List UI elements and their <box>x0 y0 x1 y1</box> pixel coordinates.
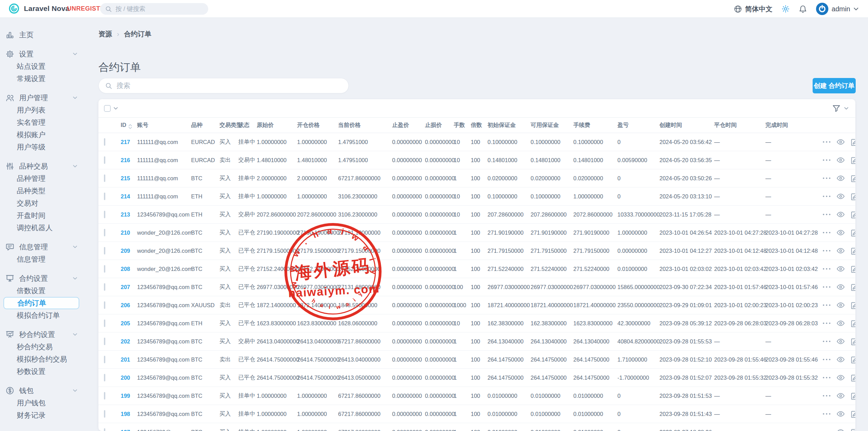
row-checkbox[interactable] <box>104 374 105 381</box>
sidebar-item-合约设置[interactable]: 合约设置 <box>0 272 92 285</box>
row-checkbox[interactable] <box>104 301 105 309</box>
row-more-actions-icon[interactable] <box>822 286 831 288</box>
row-checkbox[interactable] <box>104 229 105 236</box>
row-id-link[interactable]: 199 <box>121 393 130 399</box>
notifications-bell-icon[interactable] <box>799 5 807 13</box>
row-edit-icon[interactable] <box>850 283 855 291</box>
row-id-link[interactable]: 217 <box>121 139 130 145</box>
row-more-actions-icon[interactable] <box>822 358 831 361</box>
row-view-eye-icon[interactable] <box>836 319 845 328</box>
sidebar-item-主页[interactable]: 主页 <box>0 29 92 41</box>
row-more-actions-icon[interactable] <box>822 304 831 306</box>
row-checkbox[interactable] <box>104 211 105 218</box>
row-edit-icon[interactable] <box>850 355 855 364</box>
resource-search-input[interactable]: 搜索 <box>98 78 349 93</box>
row-view-eye-icon[interactable] <box>836 138 845 146</box>
sidebar-item-秒合约设置[interactable]: 秒合约设置 <box>0 328 92 341</box>
row-edit-icon[interactable] <box>850 391 855 400</box>
row-id-link[interactable]: 207 <box>121 284 130 290</box>
language-switcher[interactable]: 简体中文 <box>734 4 773 14</box>
row-view-eye-icon[interactable] <box>836 246 845 255</box>
row-checkbox[interactable] <box>104 247 105 254</box>
row-view-eye-icon[interactable] <box>836 355 845 364</box>
select-all-chevron-icon[interactable] <box>113 107 118 110</box>
row-checkbox[interactable] <box>104 410 105 418</box>
row-id-link[interactable]: 201 <box>121 356 130 363</box>
sidebar-subitem-模拟账户[interactable]: 模拟账户 <box>0 129 92 141</box>
brand[interactable]: Laravel Nova <box>8 3 69 14</box>
row-view-eye-icon[interactable] <box>836 391 845 400</box>
row-id-link[interactable]: 215 <box>121 175 130 181</box>
row-edit-icon[interactable] <box>850 373 855 382</box>
row-more-actions-icon[interactable] <box>822 213 831 216</box>
user-menu[interactable]: admin <box>816 3 858 15</box>
row-edit-icon[interactable] <box>850 210 855 219</box>
sidebar-subitem-秒合约交易[interactable]: 秒合约交易 <box>0 341 92 353</box>
theme-toggle-sun-icon[interactable] <box>782 5 790 13</box>
row-more-actions-icon[interactable] <box>822 376 831 379</box>
column-header-ID[interactable]: ID <box>118 118 134 133</box>
row-view-eye-icon[interactable] <box>836 210 845 219</box>
sidebar-subitem-财务记录[interactable]: 财务记录 <box>0 409 92 421</box>
sidebar-subitem-交易对[interactable]: 交易对 <box>0 197 92 209</box>
row-checkbox[interactable] <box>104 174 105 182</box>
sidebar-subitem-合约订单[interactable]: 合约订单 <box>3 297 79 309</box>
row-view-eye-icon[interactable] <box>836 337 845 346</box>
row-checkbox[interactable] <box>104 338 105 345</box>
select-all-checkbox[interactable] <box>104 105 111 112</box>
filter-funnel-icon[interactable] <box>832 104 841 113</box>
row-id-link[interactable]: 206 <box>121 302 130 308</box>
row-view-eye-icon[interactable] <box>836 174 845 183</box>
row-edit-icon[interactable] <box>850 156 855 165</box>
row-checkbox[interactable] <box>104 156 105 164</box>
row-edit-icon[interactable] <box>850 192 855 201</box>
sidebar-subitem-信息管理[interactable]: 信息管理 <box>0 253 92 265</box>
row-checkbox[interactable] <box>104 428 105 431</box>
sidebar-subitem-用户钱包[interactable]: 用户钱包 <box>0 397 92 409</box>
row-view-eye-icon[interactable] <box>836 192 845 201</box>
row-checkbox[interactable] <box>104 283 105 291</box>
row-id-link[interactable]: 216 <box>121 157 130 163</box>
sidebar-item-设置[interactable]: 设置 <box>0 48 92 60</box>
row-more-actions-icon[interactable] <box>822 394 831 397</box>
sidebar-item-信息管理[interactable]: 信息管理 <box>0 241 92 253</box>
sidebar-subitem-模拟合约订单[interactable]: 模拟合约订单 <box>0 309 92 322</box>
row-id-link[interactable]: 197 <box>121 429 130 431</box>
row-view-eye-icon[interactable] <box>836 301 845 310</box>
row-edit-icon[interactable] <box>850 174 855 183</box>
row-id-link[interactable]: 209 <box>121 248 130 254</box>
row-checkbox[interactable] <box>104 392 105 400</box>
sidebar-subitem-常规设置[interactable]: 常规设置 <box>0 73 92 85</box>
global-search-input[interactable]: 按 / 键搜索 <box>100 3 208 15</box>
row-checkbox[interactable] <box>104 138 105 146</box>
row-more-actions-icon[interactable] <box>822 231 831 234</box>
row-more-actions-icon[interactable] <box>822 249 831 252</box>
sidebar-subitem-秒数设置[interactable]: 秒数设置 <box>0 365 92 378</box>
filter-chevron-icon[interactable] <box>844 107 849 110</box>
create-resource-button[interactable]: 创建 合约订单 <box>813 78 856 93</box>
row-edit-icon[interactable] <box>850 337 855 346</box>
row-view-eye-icon[interactable] <box>836 373 845 382</box>
sidebar-item-钱包[interactable]: 钱包 <box>0 384 92 397</box>
row-edit-icon[interactable] <box>850 301 855 310</box>
breadcrumb-root[interactable]: 资源 <box>98 29 112 39</box>
sidebar-subitem-品种管理[interactable]: 品种管理 <box>0 172 92 185</box>
row-more-actions-icon[interactable] <box>822 159 831 161</box>
sidebar-subitem-模拟秒合约交易[interactable]: 模拟秒合约交易 <box>0 353 92 365</box>
row-checkbox[interactable] <box>104 319 105 327</box>
sidebar-subitem-品种类型[interactable]: 品种类型 <box>0 185 92 197</box>
row-checkbox[interactable] <box>104 265 105 273</box>
sidebar-subitem-用户等级[interactable]: 用户等级 <box>0 141 92 153</box>
sidebar-item-品种交易[interactable]: 品种交易 <box>0 160 92 172</box>
row-more-actions-icon[interactable] <box>822 267 831 270</box>
row-edit-icon[interactable] <box>850 409 855 418</box>
row-id-link[interactable]: 200 <box>121 375 130 381</box>
row-edit-icon[interactable] <box>850 319 855 328</box>
sidebar-subitem-用户列表[interactable]: 用户列表 <box>0 104 92 116</box>
row-checkbox[interactable] <box>104 193 105 200</box>
sidebar-subitem-站点设置[interactable]: 站点设置 <box>0 60 92 73</box>
row-id-link[interactable]: 198 <box>121 411 130 417</box>
row-id-link[interactable]: 202 <box>121 338 130 344</box>
row-id-link[interactable]: 214 <box>121 193 130 199</box>
row-more-actions-icon[interactable] <box>822 340 831 343</box>
